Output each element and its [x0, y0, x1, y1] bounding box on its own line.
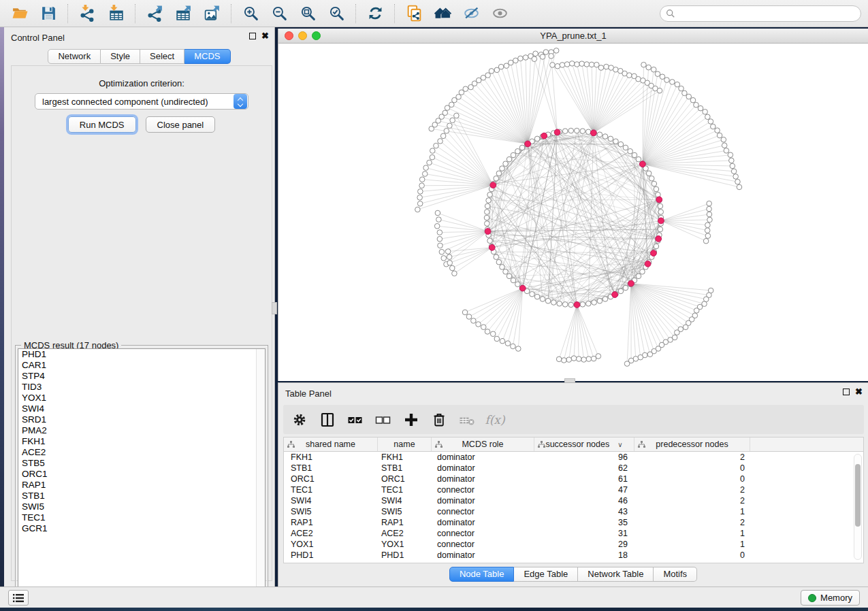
table-tab-network-table[interactable]: Network Table — [578, 567, 654, 582]
optimization-criterion-select[interactable]: largest connected component (undirected) — [35, 93, 248, 110]
column-header-MCDS-role[interactable]: MCDS role — [432, 437, 534, 451]
table-cell: connector — [432, 485, 534, 495]
toolbar-separator — [231, 4, 231, 23]
mcds-result-list[interactable]: PHD1CAR1STP4TID3YOX1SWI4SRD1PMA2FKH1ACE2… — [18, 348, 266, 596]
mcds-result-item[interactable]: CAR1 — [18, 360, 265, 371]
table-row[interactable]: ACE2ACE2connector311 — [284, 528, 863, 539]
tab-network[interactable]: Network — [48, 49, 101, 64]
column-header-label: name — [393, 440, 415, 449]
table-cell: 96 — [534, 452, 634, 462]
save-session-icon[interactable] — [38, 3, 59, 24]
close-panel-button[interactable]: Close panel — [146, 116, 216, 133]
cytoscape-app: Control Panel ✖ NetworkStyleSelectMCDS O… — [0, 0, 868, 611]
deselect-all-icon[interactable] — [375, 412, 391, 428]
zoom-selected-icon[interactable] — [326, 3, 347, 24]
list-scrollbar[interactable] — [256, 349, 265, 595]
export-table-icon[interactable] — [173, 3, 193, 24]
table-cell: 62 — [534, 463, 634, 473]
mcds-result-item[interactable]: RAP1 — [18, 480, 265, 491]
zoom-in-icon[interactable] — [240, 3, 261, 24]
network-canvas[interactable] — [278, 44, 868, 381]
mcds-result-item[interactable]: STB5 — [18, 458, 265, 469]
mcds-result-item[interactable]: GCR1 — [18, 523, 265, 534]
mcds-result-item[interactable]: TEC1 — [18, 512, 265, 523]
status-bar: Memory — [0, 587, 868, 608]
refresh-layout-icon[interactable] — [365, 3, 385, 24]
table-row[interactable]: STB1STB1dominator620 — [284, 463, 863, 474]
table-cell: dominator — [432, 452, 534, 462]
table-cell: SWI4 — [284, 496, 378, 506]
select-all-icon[interactable] — [347, 412, 364, 428]
tab-select[interactable]: Select — [140, 49, 184, 64]
task-history-button[interactable] — [8, 590, 29, 606]
table-tab-node-table[interactable]: Node Table — [449, 567, 515, 582]
table-tab-motifs[interactable]: Motifs — [654, 567, 697, 582]
run-mcds-button[interactable]: Run MCDS — [68, 116, 136, 133]
table-row[interactable]: SWI4SWI4dominator462 — [284, 495, 863, 506]
control-panel: Control Panel ✖ NetworkStyleSelectMCDS O… — [4, 27, 275, 587]
table-cell: dominator — [432, 496, 534, 506]
table-row[interactable]: PHD1PHD1dominator180 — [284, 550, 863, 561]
table-scrollbar-thumb[interactable] — [855, 464, 861, 527]
zoom-fit-icon[interactable] — [298, 3, 318, 24]
sort-chevron-icon: ∨ — [617, 441, 622, 448]
table-cell: ORC1 — [284, 474, 378, 484]
search-input[interactable] — [660, 5, 861, 22]
table-toolbar: f(x) — [283, 405, 864, 434]
add-column-icon[interactable] — [403, 412, 419, 428]
close-panel-icon[interactable]: ✖ — [261, 33, 269, 39]
mcds-result-item[interactable]: TID3 — [18, 382, 265, 393]
tab-style[interactable]: Style — [101, 49, 140, 64]
table-row[interactable]: FKH1FKH1dominator962 — [284, 452, 863, 463]
table-row[interactable]: RAP1RAP1dominator352 — [284, 517, 863, 528]
mcds-result-item[interactable]: STB1 — [18, 491, 265, 501]
import-table-icon[interactable] — [106, 3, 126, 24]
vertical-splitter-grip[interactable] — [272, 302, 277, 314]
column-header-name[interactable]: name — [378, 437, 432, 451]
column-header-label: shared name — [306, 440, 355, 449]
mcds-result-item[interactable]: SWI5 — [18, 501, 265, 512]
import-network-icon[interactable] — [77, 3, 97, 24]
split-view-icon[interactable] — [319, 412, 336, 428]
export-image-icon[interactable] — [202, 3, 222, 24]
network-window-titlebar[interactable]: YPA_prune.txt_1 — [278, 29, 868, 44]
tab-mcds[interactable]: MCDS — [184, 49, 230, 64]
open-session-icon[interactable] — [10, 3, 30, 24]
mcds-result-item[interactable]: SRD1 — [18, 414, 265, 425]
table-tab-edge-table[interactable]: Edge Table — [514, 567, 578, 582]
first-neighbors-icon[interactable] — [432, 3, 453, 24]
table-scrollbar[interactable] — [854, 454, 862, 560]
table-row[interactable]: YOX1YOX1connector291 — [284, 539, 863, 550]
mcds-result-item[interactable]: STP4 — [18, 371, 265, 382]
table-row[interactable]: ORC1ORC1dominator610 — [284, 474, 863, 484]
mcds-result-item[interactable]: ORC1 — [18, 469, 265, 480]
memory-label: Memory — [820, 593, 852, 603]
mcds-result-item[interactable]: FKH1 — [18, 436, 265, 447]
settings-icon[interactable] — [291, 412, 308, 428]
delete-column-icon[interactable] — [431, 412, 447, 428]
table-row[interactable]: SWI5SWI5connector431 — [284, 506, 863, 517]
delete-table-icon[interactable] — [459, 412, 475, 428]
mcds-result-item[interactable]: PMA2 — [18, 425, 265, 436]
float-panel-icon[interactable] — [249, 33, 256, 39]
table-row[interactable]: TEC1TEC1connector472 — [284, 484, 863, 495]
close-table-panel-icon[interactable]: ✖ — [855, 389, 863, 395]
function-builder-icon[interactable]: f(x) — [487, 412, 503, 428]
mcds-result-item[interactable]: YOX1 — [18, 393, 265, 403]
table-cell: connector — [432, 529, 534, 538]
column-header-predecessor-nodes[interactable]: predecessor nodes — [634, 437, 750, 451]
hide-selected-icon[interactable] — [461, 3, 481, 24]
zoom-out-icon[interactable] — [269, 3, 289, 24]
column-header-shared-name[interactable]: shared name — [284, 437, 378, 451]
mcds-result-item[interactable]: PHD1 — [18, 349, 265, 360]
table-cell: 2 — [634, 496, 750, 506]
memory-button[interactable]: Memory — [801, 590, 860, 606]
duplicate-network-icon[interactable] — [404, 3, 424, 24]
export-network-icon[interactable] — [144, 3, 165, 24]
table-cell: 43 — [534, 507, 634, 516]
show-all-icon[interactable] — [489, 3, 510, 24]
mcds-result-item[interactable]: SWI4 — [18, 403, 265, 414]
mcds-result-item[interactable]: ACE2 — [18, 447, 265, 458]
float-table-panel-icon[interactable] — [843, 389, 850, 395]
column-header-successor-nodes[interactable]: successor nodes∨ — [534, 437, 634, 451]
